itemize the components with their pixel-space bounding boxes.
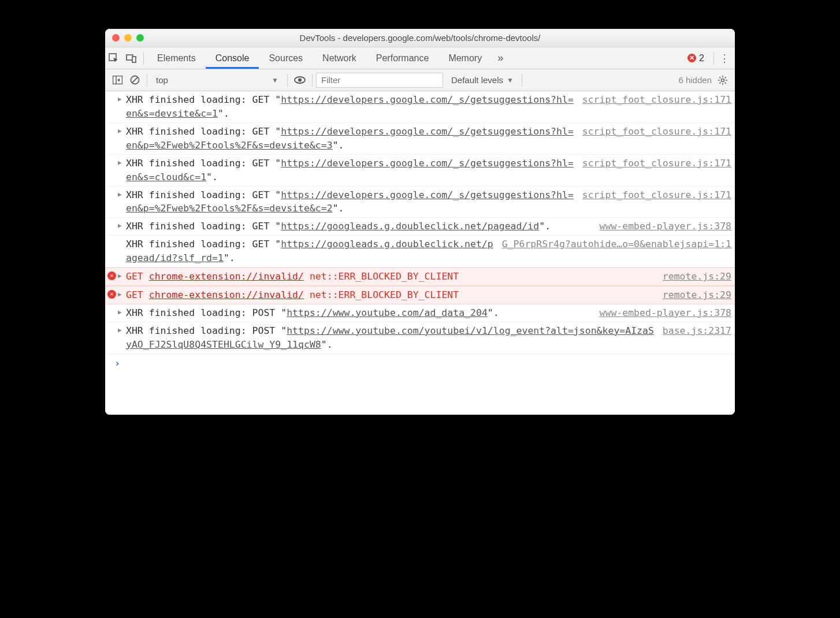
console-row[interactable]: ✕▶GET chrome-extension://invalid/ net::E… [105, 267, 735, 286]
log-message: XHR finished loading: GET "https://devel… [126, 188, 582, 216]
source-link[interactable]: script_foot_closure.js:171 [582, 157, 731, 170]
console-row[interactable]: ▶XHR finished loading: GET "https://deve… [105, 155, 735, 187]
source-link[interactable]: script_foot_closure.js:171 [582, 93, 731, 107]
source-link[interactable]: script_foot_closure.js:171 [582, 125, 731, 139]
settings-menu-button[interactable]: ⋮ [718, 52, 731, 65]
minimize-window-button[interactable] [124, 34, 132, 42]
live-expression-icon[interactable] [291, 76, 309, 84]
chevron-down-icon: ▼ [507, 76, 514, 84]
source-link[interactable]: www-embed-player.js:378 [600, 306, 731, 320]
svg-point-9 [722, 79, 724, 81]
source-link[interactable]: script_foot_closure.js:171 [582, 188, 731, 202]
svg-point-8 [298, 79, 302, 82]
context-label: top [156, 75, 168, 85]
disclosure-triangle-icon[interactable]: ▶ [118, 126, 122, 136]
tab-performance[interactable]: Performance [366, 47, 439, 69]
console-messages[interactable]: ▶XHR finished loading: GET "https://deve… [105, 91, 735, 415]
hidden-messages-count[interactable]: 6 hidden [678, 75, 712, 85]
filter-input[interactable] [316, 73, 443, 88]
source-link[interactable]: G_P6rpRSr4g?autohide…o=0&enablejsapi=1:1 [502, 237, 731, 251]
svg-rect-2 [132, 57, 136, 62]
source-link[interactable]: remote.js:29 [663, 270, 731, 284]
overflow-tabs-button[interactable]: » [492, 47, 509, 69]
svg-line-6 [132, 77, 137, 83]
console-toolbar: top ▼ Default levels ▼ 6 hidden [105, 69, 735, 91]
console-sidebar-toggle-icon[interactable] [109, 76, 126, 84]
log-message: XHR finished loading: POST "https://www.… [126, 306, 600, 320]
svg-line-15 [725, 82, 726, 83]
disclosure-triangle-icon[interactable]: ▶ [118, 271, 122, 281]
console-settings-icon[interactable] [718, 75, 728, 85]
console-prompt[interactable]: › [105, 354, 735, 373]
source-link[interactable]: base.js:2317 [663, 324, 731, 338]
log-message: XHR finished loading: GET "https://googl… [126, 219, 600, 233]
console-row[interactable]: ▶XHR finished loading: GET "https://deve… [105, 91, 735, 123]
tab-memory[interactable]: Memory [438, 47, 492, 69]
console-row[interactable]: ▶XHR finished loading: POST "https://www… [105, 322, 735, 354]
panel-tabbar: ElementsConsoleSourcesNetworkPerformance… [105, 47, 735, 69]
close-window-button[interactable] [112, 34, 120, 42]
error-count-badge[interactable]: ✕ 2 [687, 53, 704, 64]
log-message: XHR finished loading: GET "https://devel… [126, 125, 582, 152]
log-message: GET chrome-extension://invalid/ net::ERR… [126, 288, 663, 302]
svg-line-14 [719, 77, 720, 78]
disclosure-triangle-icon[interactable]: ▶ [118, 308, 122, 317]
log-message: XHR finished loading: GET "https://devel… [126, 157, 582, 184]
levels-label: Default levels [451, 75, 503, 85]
error-count: 2 [699, 53, 704, 64]
tab-sources[interactable]: Sources [259, 47, 313, 69]
tab-console[interactable]: Console [206, 47, 259, 69]
console-row[interactable]: ✕▶GET chrome-extension://invalid/ net::E… [105, 286, 735, 304]
tab-network[interactable]: Network [313, 47, 366, 69]
error-icon: ✕ [107, 290, 116, 299]
error-icon: ✕ [107, 271, 116, 280]
console-row[interactable]: XHR finished loading: GET "https://googl… [105, 236, 735, 267]
svg-line-17 [725, 77, 726, 78]
disclosure-triangle-icon[interactable]: ▶ [118, 290, 122, 299]
error-icon: ✕ [687, 54, 696, 62]
log-levels-select[interactable]: Default levels ▼ [451, 75, 514, 85]
disclosure-triangle-icon[interactable]: ▶ [118, 95, 122, 104]
disclosure-triangle-icon[interactable]: ▶ [118, 158, 122, 167]
console-row[interactable]: ▶XHR finished loading: GET "https://deve… [105, 123, 735, 155]
source-link[interactable]: www-embed-player.js:378 [600, 219, 731, 233]
device-toolbar-icon[interactable] [122, 47, 140, 69]
console-row[interactable]: ▶XHR finished loading: GET "https://goog… [105, 218, 735, 236]
disclosure-triangle-icon[interactable]: ▶ [118, 221, 122, 230]
titlebar: DevTools - developers.google.com/web/too… [105, 29, 735, 47]
log-message: XHR finished loading: GET "https://googl… [126, 237, 502, 265]
console-row[interactable]: ▶XHR finished loading: POST "https://www… [105, 304, 735, 322]
log-message: XHR finished loading: GET "https://devel… [126, 93, 582, 121]
zoom-window-button[interactable] [136, 34, 144, 42]
source-link[interactable]: remote.js:29 [663, 288, 731, 302]
window-title: DevTools - developers.google.com/web/too… [105, 33, 735, 43]
svg-line-16 [719, 82, 720, 83]
inspect-element-icon[interactable] [105, 47, 122, 69]
console-row[interactable]: ▶XHR finished loading: GET "https://deve… [105, 187, 735, 218]
traffic-lights [112, 34, 144, 42]
disclosure-triangle-icon[interactable]: ▶ [118, 326, 122, 335]
log-message: GET chrome-extension://invalid/ net::ERR… [126, 270, 663, 284]
execution-context-select[interactable]: top ▼ [151, 73, 284, 88]
log-message: XHR finished loading: POST "https://www.… [126, 324, 663, 352]
devtools-window: DevTools - developers.google.com/web/too… [105, 29, 735, 415]
chevron-down-icon: ▼ [272, 76, 278, 84]
clear-console-icon[interactable] [126, 75, 143, 85]
disclosure-triangle-icon[interactable]: ▶ [118, 190, 122, 199]
tab-elements[interactable]: Elements [147, 47, 206, 69]
